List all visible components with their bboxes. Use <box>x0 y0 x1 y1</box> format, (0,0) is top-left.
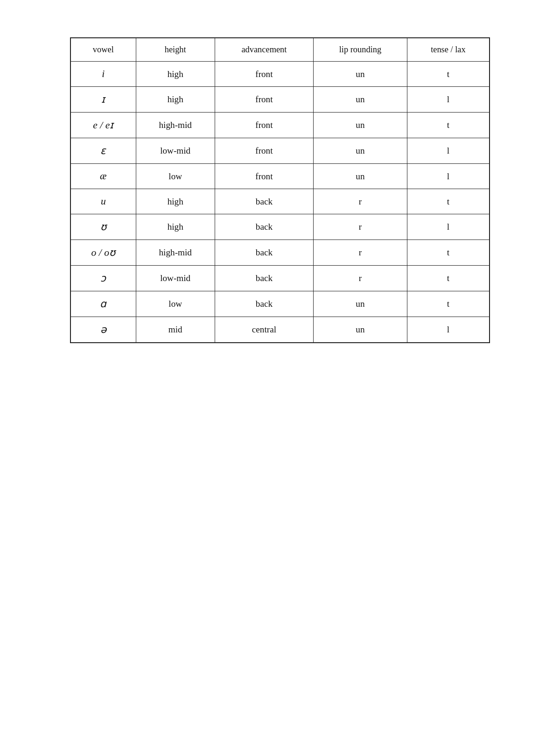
vowel-cell: ə <box>70 317 136 343</box>
height-cell: high <box>136 189 215 214</box>
lip-rounding-cell: r <box>314 266 407 291</box>
lip-rounding-cell: un <box>314 138 407 164</box>
height-cell: low <box>136 291 215 317</box>
header-row: vowel height advancement lip rounding te… <box>70 38 490 62</box>
lip-rounding-cell: un <box>314 62 407 87</box>
page: vowel height advancement lip rounding te… <box>0 0 560 733</box>
advancement-cell: front <box>215 87 313 113</box>
col-header-vowel: vowel <box>70 38 136 62</box>
table-row: ɪhighfrontunl <box>70 87 490 113</box>
vowel-cell: u <box>70 189 136 214</box>
tense-lax-cell: l <box>407 138 490 164</box>
height-cell: low <box>136 164 215 189</box>
lip-rounding-cell: un <box>314 317 407 343</box>
table-wrapper: vowel height advancement lip rounding te… <box>70 37 490 343</box>
vowel-cell: ɪ <box>70 87 136 113</box>
vowel-cell: ɔ <box>70 266 136 291</box>
table-row: ɛlow-midfrontunl <box>70 138 490 164</box>
tense-lax-cell: l <box>407 164 490 189</box>
advancement-cell: front <box>215 62 313 87</box>
vowel-cell: e / eɪ <box>70 113 136 138</box>
height-cell: low-mid <box>136 266 215 291</box>
col-header-lip-rounding: lip rounding <box>314 38 407 62</box>
height-cell: high <box>136 214 215 240</box>
advancement-cell: front <box>215 164 313 189</box>
height-cell: high-mid <box>136 240 215 266</box>
advancement-cell: front <box>215 138 313 164</box>
table-row: o / oʊhigh-midbackrt <box>70 240 490 266</box>
height-cell: high <box>136 62 215 87</box>
vowel-cell: ɑ <box>70 291 136 317</box>
tense-lax-cell: t <box>407 189 490 214</box>
advancement-cell: back <box>215 291 313 317</box>
vowel-cell: æ <box>70 164 136 189</box>
tense-lax-cell: l <box>407 214 490 240</box>
lip-rounding-cell: r <box>314 240 407 266</box>
vowel-cell: ɛ <box>70 138 136 164</box>
col-header-tense-lax: tense / lax <box>407 38 490 62</box>
advancement-cell: central <box>215 317 313 343</box>
advancement-cell: back <box>215 189 313 214</box>
lip-rounding-cell: r <box>314 189 407 214</box>
table-row: e / eɪhigh-midfrontunt <box>70 113 490 138</box>
advancement-cell: front <box>215 113 313 138</box>
vowel-cell: ʊ <box>70 214 136 240</box>
advancement-cell: back <box>215 240 313 266</box>
lip-rounding-cell: un <box>314 87 407 113</box>
tense-lax-cell: t <box>407 291 490 317</box>
table-row: uhighbackrt <box>70 189 490 214</box>
tense-lax-cell: l <box>407 317 490 343</box>
tense-lax-cell: t <box>407 240 490 266</box>
vowel-cell: i <box>70 62 136 87</box>
col-header-height: height <box>136 38 215 62</box>
tense-lax-cell: t <box>407 62 490 87</box>
advancement-cell: back <box>215 266 313 291</box>
table-row: əmidcentralunl <box>70 317 490 343</box>
height-cell: mid <box>136 317 215 343</box>
col-header-advancement: advancement <box>215 38 313 62</box>
lip-rounding-cell: r <box>314 214 407 240</box>
table-row: ælowfrontunl <box>70 164 490 189</box>
vowel-chart-table: vowel height advancement lip rounding te… <box>70 37 490 343</box>
table-row: ɔlow-midbackrt <box>70 266 490 291</box>
tense-lax-cell: l <box>407 87 490 113</box>
height-cell: high-mid <box>136 113 215 138</box>
table-row: ihighfrontunt <box>70 62 490 87</box>
lip-rounding-cell: un <box>314 164 407 189</box>
tense-lax-cell: t <box>407 266 490 291</box>
height-cell: low-mid <box>136 138 215 164</box>
lip-rounding-cell: un <box>314 113 407 138</box>
table-row: ʊhighbackrl <box>70 214 490 240</box>
tense-lax-cell: t <box>407 113 490 138</box>
table-row: ɑlowbackunt <box>70 291 490 317</box>
vowel-cell: o / oʊ <box>70 240 136 266</box>
lip-rounding-cell: un <box>314 291 407 317</box>
height-cell: high <box>136 87 215 113</box>
advancement-cell: back <box>215 214 313 240</box>
